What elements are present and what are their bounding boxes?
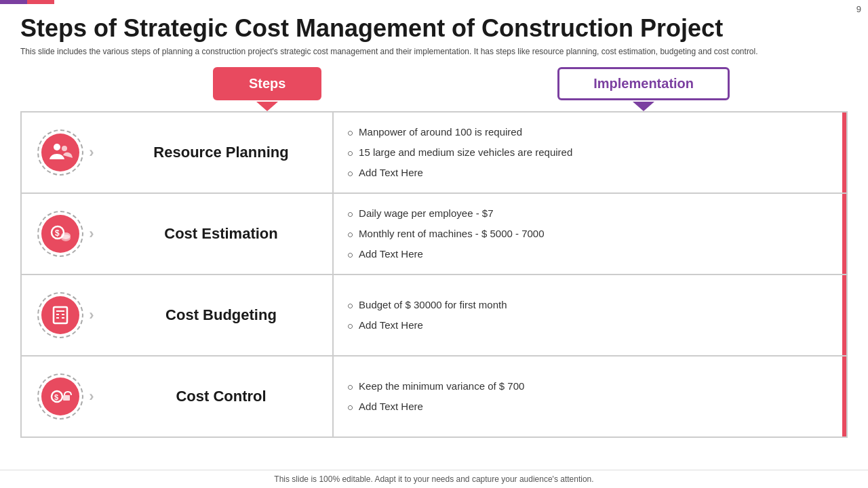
- column-headers: Steps Implementation: [0, 60, 868, 111]
- svg-point-1: [62, 146, 67, 151]
- table-row: › Resource Planning ○ Manpower of around…: [22, 111, 846, 192]
- row-icon-cost-budgeting: ›: [22, 275, 110, 355]
- bullet-icon: ○: [347, 227, 353, 241]
- implementation-col-header: Implementation: [557, 67, 730, 111]
- steps-button[interactable]: Steps: [213, 67, 321, 100]
- svg-text:$: $: [55, 228, 60, 238]
- step-label-cost-estimation: Cost Estimation: [110, 194, 334, 274]
- steps-arrow: [256, 102, 278, 111]
- table-row: $ › Cost Estimation ○ Daily wage per emp…: [22, 192, 846, 274]
- impl-cost-budgeting: ○ Budget of $ 30000 for first month ○ Ad…: [334, 275, 846, 355]
- impl-resource-planning: ○ Manpower of around 100 is required ○ 1…: [334, 113, 846, 192]
- icon-circle-inner: [41, 134, 79, 171]
- impl-cost-control: ○ Keep the minimum variance of $ 700 ○ A…: [334, 357, 846, 436]
- chevron-icon: ›: [89, 306, 94, 324]
- list-item: ○ Add Text Here: [347, 247, 829, 262]
- bullet-icon: ○: [347, 247, 353, 262]
- step-label-cost-control: Cost Control: [110, 357, 334, 436]
- svg-point-5: [61, 232, 71, 239]
- step-label-resource-planning: Resource Planning: [110, 113, 334, 192]
- table-row: $ › Cost Control ○ Keep the minimum vari…: [22, 355, 846, 436]
- bullet-icon: ○: [347, 319, 353, 333]
- implementation-arrow: [633, 102, 654, 111]
- bullet-icon: ○: [347, 380, 353, 394]
- control-icon: $: [48, 384, 73, 409]
- list-item: ○ Budget of $ 30000 for first month: [347, 298, 829, 312]
- table-row: › Cost Budgeting ○ Budget of $ 30000 for…: [22, 274, 846, 355]
- bullet-icon: ○: [347, 400, 353, 414]
- page-number: 9: [856, 4, 861, 14]
- chevron-icon: ›: [89, 225, 94, 243]
- page-subtitle: This slide includes the various steps of…: [20, 47, 848, 56]
- svg-point-0: [54, 144, 60, 150]
- list-item: ○ Add Text Here: [347, 318, 829, 333]
- budget-icon: [48, 303, 73, 327]
- icon-circle-inner: $: [41, 378, 79, 415]
- row-icon-cost-control: $ ›: [22, 357, 110, 436]
- top-bar: [0, 0, 868, 4]
- money-icon: $: [48, 222, 73, 246]
- icon-circle-inner: [41, 296, 79, 334]
- header: Steps of Strategic Cost Management of Co…: [0, 0, 868, 60]
- list-item: ○ Keep the minimum variance of $ 700: [347, 379, 829, 394]
- people-icon: [48, 140, 73, 165]
- steps-col-header: Steps: [213, 67, 321, 111]
- svg-text:$: $: [54, 393, 58, 401]
- icon-circle-outer: [37, 292, 83, 338]
- main-table: › Resource Planning ○ Manpower of around…: [20, 111, 848, 438]
- icon-circle-inner: $: [41, 215, 79, 253]
- list-item: ○ Add Text Here: [347, 165, 829, 180]
- bullet-icon: ○: [347, 166, 353, 180]
- top-bar-red: [27, 0, 54, 4]
- footer: This slide is 100% editable. Adapt it to…: [0, 470, 868, 488]
- list-item: ○ Monthly rent of machines - $ 5000 - 70…: [347, 226, 829, 241]
- row-icon-resource-planning: ›: [22, 113, 110, 192]
- icon-circle-outer: [37, 129, 83, 176]
- bullet-icon: ○: [347, 207, 353, 221]
- bullet-icon: ○: [347, 298, 353, 312]
- bullet-icon: ○: [347, 146, 353, 160]
- bullet-icon: ○: [347, 125, 353, 140]
- implementation-button[interactable]: Implementation: [557, 67, 730, 100]
- icon-circle-outer: $: [37, 211, 83, 257]
- svg-rect-14: [63, 395, 70, 401]
- list-item: ○ Add Text Here: [347, 399, 829, 414]
- list-item: ○ 15 large and medium size vehicles are …: [347, 145, 829, 160]
- row-icon-cost-estimation: $ ›: [22, 194, 110, 274]
- icon-circle-outer: $: [37, 373, 83, 420]
- top-bar-purple: [0, 0, 27, 4]
- list-item: ○ Daily wage per employee - $7: [347, 206, 829, 221]
- list-item: ○ Manpower of around 100 is required: [347, 125, 829, 140]
- step-label-cost-budgeting: Cost Budgeting: [110, 275, 334, 355]
- chevron-icon: ›: [89, 388, 94, 405]
- svg-rect-6: [54, 307, 67, 323]
- page-title: Steps of Strategic Cost Management of Co…: [20, 14, 848, 43]
- impl-cost-estimation: ○ Daily wage per employee - $7 ○ Monthly…: [334, 194, 846, 274]
- chevron-icon: ›: [89, 144, 94, 161]
